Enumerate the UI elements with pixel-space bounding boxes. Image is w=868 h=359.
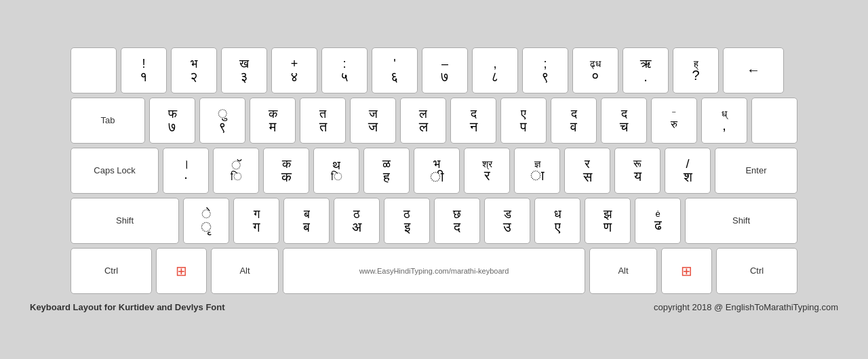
key-n[interactable]: छ द (434, 198, 480, 244)
key-3[interactable]: ख ३ (221, 47, 267, 93)
key-bracketleft[interactable]: ꣻ रु (651, 98, 697, 144)
key-x[interactable]: ग ग (233, 198, 279, 244)
key-o[interactable]: द व (551, 98, 597, 144)
key-comma[interactable]: ध ए (534, 198, 580, 244)
key-t[interactable]: ज ज (350, 98, 396, 144)
key-enter[interactable]: Enter (715, 148, 797, 194)
key-g[interactable]: ळ ह (363, 148, 410, 194)
key-s[interactable]: ॅ ि (213, 148, 259, 194)
key-i[interactable]: ए प (500, 98, 547, 144)
key-4[interactable]: + ४ (271, 47, 317, 93)
key-backslash[interactable] (751, 98, 797, 144)
key-5[interactable]: : ५ (321, 47, 368, 93)
footer: Keyboard Layout for Kurtidev and Devlys … (27, 298, 841, 312)
key-y[interactable]: ल ल (400, 98, 446, 144)
footer-right: copyright 2018 @ EnglishToMarathiTyping.… (654, 302, 838, 312)
row-bottom: Ctrl ⊞ Alt www.EasyHindiTyping.com/marat… (71, 248, 797, 294)
footer-and: and (157, 302, 175, 312)
key-w[interactable]: ु ९ (199, 98, 245, 144)
key-semicolon[interactable]: रू य (614, 148, 660, 194)
key-backtick[interactable] (71, 47, 117, 93)
footer-title-regular: for (104, 302, 119, 312)
key-2[interactable]: भ २ (171, 47, 217, 93)
key-e[interactable]: क म (250, 98, 296, 144)
key-8[interactable]: , ८ (472, 47, 518, 93)
key-j[interactable]: श्र र (464, 148, 510, 194)
key-win-right[interactable]: ⊞ (661, 248, 712, 294)
footer-font-label: Font (205, 302, 224, 312)
key-a[interactable]: । · (163, 148, 209, 194)
key-bracketright[interactable]: ध् , (701, 98, 747, 144)
key-shift-right[interactable]: Shift (685, 198, 797, 244)
key-spacebar[interactable]: www.EasyHindiTyping.com/marathi-keyboard (283, 248, 585, 294)
key-b[interactable]: ठ इ (384, 198, 430, 244)
footer-font-kurtidev: Kurtidev (119, 302, 155, 312)
key-backspace[interactable]: ← (723, 47, 784, 93)
key-d[interactable]: क क (263, 148, 309, 194)
footer-left: Keyboard Layout for Kurtidev and Devlys … (30, 302, 225, 312)
key-z[interactable]: े ृ (183, 198, 229, 244)
key-u[interactable]: द न (450, 98, 496, 144)
key-win-left[interactable]: ⊞ (156, 248, 207, 294)
key-alt-right[interactable]: Alt (589, 248, 657, 294)
key-0[interactable]: ढ्ध ० (572, 47, 618, 93)
key-p[interactable]: द च (601, 98, 647, 144)
key-c[interactable]: ब ब (283, 198, 330, 244)
key-ctrl-left[interactable]: Ctrl (71, 248, 152, 294)
key-6[interactable]: ' ६ (372, 47, 418, 93)
key-quote[interactable]: / श (665, 148, 711, 194)
key-equals[interactable]: ह् ? (673, 47, 719, 93)
key-9[interactable]: ; ९ (522, 47, 568, 93)
footer-title-bold: Keyboard Layout (30, 302, 102, 312)
key-shift-left[interactable]: Shift (71, 198, 179, 244)
keyboard-container: ! १ भ २ ख ३ + ४ : ५ ' ६ – ७ , ८ (71, 47, 797, 298)
key-f[interactable]: थ ि (313, 148, 359, 194)
key-slash[interactable]: ė ढ (635, 198, 681, 244)
key-q[interactable]: फ ७ (149, 98, 195, 144)
key-ctrl-right[interactable]: Ctrl (716, 248, 797, 294)
row-qwerty: Tab फ ७ ु ९ क म त त ज ज ल ल द न (71, 98, 797, 144)
key-minus[interactable]: ऋ . (623, 47, 669, 93)
footer-font-devlys: Devlys (175, 302, 203, 312)
key-period[interactable]: झ ण (585, 198, 631, 244)
row-number: ! १ भ २ ख ३ + ४ : ५ ' ६ – ७ , ८ (71, 47, 797, 93)
footer-copyright: copyright 2018 @ EnglishToMarathiTyping.… (654, 302, 838, 312)
row-asdf: Caps Lock । · ॅ ि क क थ ि ळ ह भ ी श्र र (71, 148, 797, 194)
key-v[interactable]: ठ अ (334, 198, 380, 244)
row-shift: Shift े ृ ग ग ब ब ठ अ ठ इ छ द ड उ (71, 198, 797, 244)
key-1[interactable]: ! १ (121, 47, 167, 93)
key-l[interactable]: र स (564, 148, 610, 194)
key-k[interactable]: ज्ञ ा (514, 148, 560, 194)
key-m[interactable]: ड उ (484, 198, 530, 244)
key-7[interactable]: – ७ (422, 47, 468, 93)
key-alt-left[interactable]: Alt (211, 248, 279, 294)
key-capslock[interactable]: Caps Lock (71, 148, 159, 194)
key-h[interactable]: भ ी (414, 148, 460, 194)
key-r[interactable]: त त (300, 98, 346, 144)
key-tab[interactable]: Tab (71, 98, 145, 144)
